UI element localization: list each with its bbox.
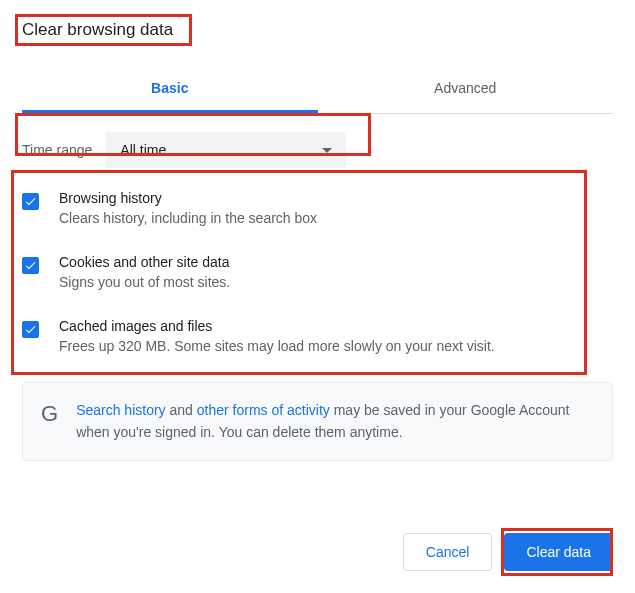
check-icon bbox=[24, 195, 37, 208]
time-range-row: Time range All time bbox=[22, 132, 613, 168]
option-text: Cached images and files Frees up 320 MB.… bbox=[59, 318, 613, 354]
option-text: Browsing history Clears history, includi… bbox=[59, 190, 613, 226]
info-box: G Search history and other forms of acti… bbox=[22, 382, 613, 461]
option-title: Cached images and files bbox=[59, 318, 613, 334]
tab-basic[interactable]: Basic bbox=[22, 66, 318, 113]
check-icon bbox=[24, 323, 37, 336]
tab-advanced[interactable]: Advanced bbox=[318, 66, 614, 113]
cancel-button[interactable]: Cancel bbox=[403, 533, 493, 571]
time-range-dropdown[interactable]: All time bbox=[106, 132, 346, 168]
check-icon bbox=[24, 259, 37, 272]
option-browsing-history: Browsing history Clears history, includi… bbox=[22, 190, 613, 226]
checkbox-browsing-history[interactable] bbox=[22, 193, 39, 210]
option-cache: Cached images and files Frees up 320 MB.… bbox=[22, 318, 613, 354]
checkbox-cookies[interactable] bbox=[22, 257, 39, 274]
time-range-value: All time bbox=[120, 142, 166, 158]
option-text: Cookies and other site data Signs you ou… bbox=[59, 254, 613, 290]
option-cookies: Cookies and other site data Signs you ou… bbox=[22, 254, 613, 290]
options-list: Browsing history Clears history, includi… bbox=[22, 190, 613, 354]
checkbox-cache[interactable] bbox=[22, 321, 39, 338]
google-g-icon: G bbox=[41, 401, 58, 427]
option-desc: Signs you out of most sites. bbox=[59, 274, 613, 290]
time-range-label: Time range bbox=[22, 142, 92, 158]
link-other-activity[interactable]: other forms of activity bbox=[197, 402, 330, 418]
clear-browsing-data-dialog: Clear browsing data Basic Advanced Time … bbox=[0, 0, 635, 481]
option-title: Browsing history bbox=[59, 190, 613, 206]
chevron-down-icon bbox=[322, 148, 332, 153]
link-search-history[interactable]: Search history bbox=[76, 402, 165, 418]
option-desc: Clears history, including in the search … bbox=[59, 210, 613, 226]
clear-data-button[interactable]: Clear data bbox=[504, 533, 613, 571]
option-desc: Frees up 320 MB. Some sites may load mor… bbox=[59, 338, 613, 354]
dialog-title: Clear browsing data bbox=[22, 20, 173, 40]
dialog-buttons: Cancel Clear data bbox=[403, 533, 613, 571]
option-title: Cookies and other site data bbox=[59, 254, 613, 270]
tabs: Basic Advanced bbox=[22, 66, 613, 114]
info-text: Search history and other forms of activi… bbox=[76, 399, 594, 444]
